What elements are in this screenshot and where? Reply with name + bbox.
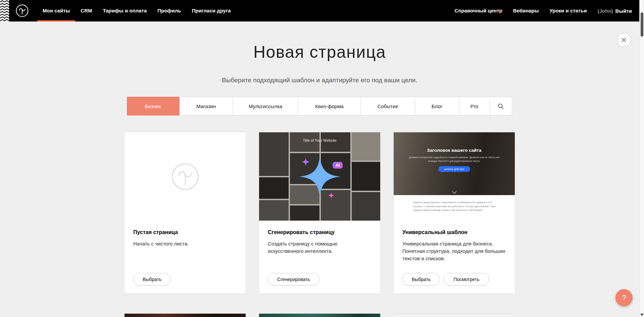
template-hero-button: целевое действие xyxy=(438,166,470,172)
tab-event[interactable]: Событие xyxy=(360,97,415,116)
tilda-logo-icon xyxy=(15,4,29,18)
card-description: Создать страницу с помощью искусственног… xyxy=(268,240,371,255)
generate-button[interactable]: Сгенерировать xyxy=(268,273,319,285)
template-category-tabs: Бизнес Магазин Мультиссылка Квиз-форма С… xyxy=(127,97,512,116)
search-icon xyxy=(498,103,504,109)
choose-blank-button[interactable]: Выбрать xyxy=(133,273,171,285)
tilda-watermark-icon xyxy=(170,161,201,192)
help-button[interactable]: ? xyxy=(615,289,633,306)
template-hero: Заголовок вашего сайта Добавьте интересн… xyxy=(394,132,515,195)
preview-universal-button[interactable]: Посмотреть xyxy=(444,273,489,285)
card-actions: Выбрать Посмотреть xyxy=(402,273,489,285)
tab-business[interactable]: Бизнес xyxy=(127,97,180,116)
top-navbar: Мои сайты CRM Тарифы и оплата Профиль Пр… xyxy=(0,0,639,21)
card-actions: Сгенерировать xyxy=(268,273,319,285)
template-card-partial xyxy=(125,314,246,317)
close-button[interactable] xyxy=(617,33,631,47)
tab-quiz-form[interactable]: Квиз-форма xyxy=(298,97,361,116)
ai-sparkle-icon xyxy=(290,143,350,210)
nav-invite-friend[interactable]: Пригласи друга xyxy=(186,0,236,21)
tab-pro[interactable]: Pro xyxy=(459,97,490,116)
nav-profile[interactable]: Профиль xyxy=(152,0,186,21)
zigzag-pattern xyxy=(0,0,9,21)
page-subtitle: Выберите подходящий шаблон и адаптируйте… xyxy=(0,77,639,84)
page-title: Новая страница xyxy=(0,42,639,62)
partial-template-preview[interactable] xyxy=(259,314,380,317)
card-title: Сгенерировать страницу xyxy=(268,229,371,235)
template-card-universal: Заголовок вашего сайта Добавьте интересн… xyxy=(394,132,515,293)
scrollbar-down-arrow-icon[interactable] xyxy=(640,314,644,316)
close-icon xyxy=(621,37,627,43)
card-title: Пустая страница xyxy=(133,229,237,235)
main-nav: Мои сайты CRM Тарифы и оплата Профиль Пр… xyxy=(37,0,236,21)
collage-tile xyxy=(352,162,380,191)
nav-crm[interactable]: CRM xyxy=(75,0,97,21)
template-card-partial xyxy=(259,314,380,317)
scrollbar-thumb[interactable] xyxy=(641,12,643,37)
card-description: Универсальная страница для бизнеса. Поня… xyxy=(402,240,506,262)
nav-webinars[interactable]: Вебинары xyxy=(508,0,544,21)
partial-template-preview[interactable] xyxy=(125,314,246,317)
template-body-text: Коротко представьтесь и расскажите о ком… xyxy=(413,200,495,212)
template-card-partial xyxy=(394,314,515,317)
card-description: Начать с чистого листа. xyxy=(133,240,237,247)
choose-universal-button[interactable]: Выбрать xyxy=(402,273,440,285)
user-name: (John) xyxy=(592,8,613,14)
blank-template-preview[interactable] xyxy=(125,132,246,221)
template-card-ai-generate: Title of Your Website AI Сге xyxy=(259,132,380,293)
card-actions: Выбрать xyxy=(133,273,171,285)
card-title: Универсальный шаблон xyxy=(402,229,506,235)
logout-link[interactable]: Выйти xyxy=(613,8,632,14)
tilda-logo[interactable] xyxy=(15,4,29,18)
template-hero-text: Добавьте интересные подробности о вашей … xyxy=(407,155,502,163)
tab-search[interactable] xyxy=(490,97,512,116)
tab-blog[interactable]: Блог xyxy=(415,97,459,116)
nav-my-sites[interactable]: Мои сайты xyxy=(37,0,75,21)
ai-template-preview[interactable]: Title of Your Website AI xyxy=(259,132,380,221)
collage-tile xyxy=(352,192,380,221)
collage-site-title: Title of Your Website xyxy=(259,138,380,142)
scrollbar[interactable] xyxy=(639,0,644,317)
collage-tile xyxy=(352,132,380,161)
chevron-down-icon xyxy=(452,191,457,194)
tab-store[interactable]: Магазин xyxy=(179,97,233,116)
nav-pricing[interactable]: Тарифы и оплата xyxy=(97,0,152,21)
universal-template-preview[interactable]: Заголовок вашего сайта Добавьте интересн… xyxy=(394,132,515,221)
collage-tile xyxy=(259,177,289,199)
template-body: Коротко представьтесь и расскажите о ком… xyxy=(394,195,515,221)
secondary-nav: Справочный центр Вебинары Уроки и статьи… xyxy=(449,0,639,21)
help-button-label: ? xyxy=(622,293,626,302)
nav-lessons[interactable]: Уроки и статьи xyxy=(544,0,592,21)
template-cards-grid: Пустая страница Начать с чистого листа. … xyxy=(125,132,515,317)
nav-help-center[interactable]: Справочный центр xyxy=(449,0,507,21)
tab-multilink[interactable]: Мультиссылка xyxy=(233,97,298,116)
template-card-blank: Пустая страница Начать с чистого листа. … xyxy=(125,132,246,293)
template-hero-title: Заголовок вашего сайта xyxy=(394,132,515,153)
ai-badge: AI xyxy=(333,162,343,169)
collage-tile xyxy=(259,200,289,221)
partial-template-preview[interactable] xyxy=(394,314,515,317)
